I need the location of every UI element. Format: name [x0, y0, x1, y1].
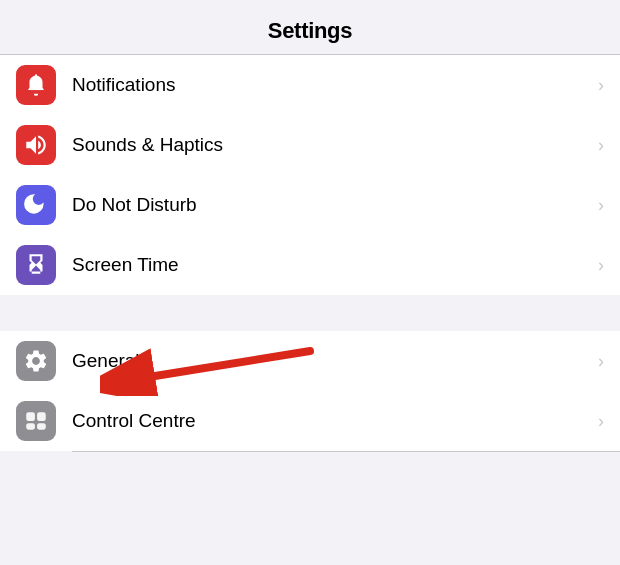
settings-row-screentime[interactable]: Screen Time ›: [0, 235, 620, 295]
notifications-icon: [16, 65, 56, 105]
settings-row-dnd[interactable]: Do Not Disturb ›: [0, 175, 620, 235]
svg-rect-0: [30, 77, 43, 90]
notifications-label: Notifications: [72, 74, 590, 96]
controlcentre-chevron: ›: [598, 411, 604, 432]
screentime-chevron: ›: [598, 255, 604, 276]
screentime-label: Screen Time: [72, 254, 590, 276]
page-title: Settings: [268, 18, 352, 43]
general-label: General: [72, 350, 590, 372]
controlcentre-label: Control Centre: [72, 410, 590, 432]
dnd-icon: [16, 185, 56, 225]
general-chevron: ›: [598, 351, 604, 372]
settings-row-general[interactable]: General ›: [0, 331, 620, 391]
group-gap: [0, 295, 620, 331]
sounds-icon: [16, 125, 56, 165]
screentime-icon: [16, 245, 56, 285]
settings-group-2: General › Control Centre ›: [0, 331, 620, 451]
header: Settings: [0, 0, 620, 55]
controlcentre-icon: [16, 401, 56, 441]
settings-group-1: Notifications › Sounds & Haptics › Do No…: [0, 55, 620, 295]
svg-rect-3: [26, 423, 35, 430]
settings-row-notifications[interactable]: Notifications ›: [0, 55, 620, 115]
settings-row-sounds[interactable]: Sounds & Haptics ›: [0, 115, 620, 175]
sounds-chevron: ›: [598, 135, 604, 156]
notifications-chevron: ›: [598, 75, 604, 96]
svg-rect-2: [37, 412, 46, 421]
sounds-label: Sounds & Haptics: [72, 134, 590, 156]
svg-rect-4: [37, 423, 46, 430]
general-icon: [16, 341, 56, 381]
settings-row-controlcentre[interactable]: Control Centre ›: [0, 391, 620, 451]
dnd-chevron: ›: [598, 195, 604, 216]
svg-rect-1: [26, 412, 35, 421]
dnd-label: Do Not Disturb: [72, 194, 590, 216]
